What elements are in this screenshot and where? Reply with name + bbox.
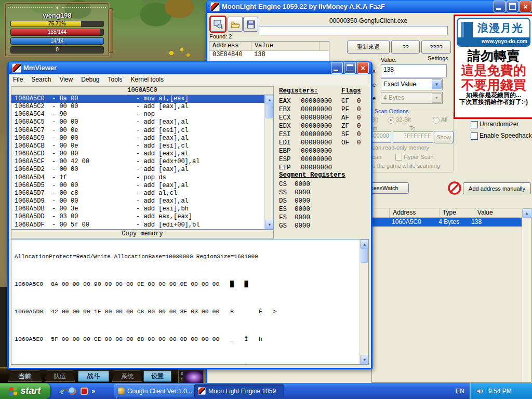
stamp-app-icon[interactable] (81, 388, 88, 395)
add-address-button[interactable]: Add address manually (463, 182, 531, 194)
disassembly-row[interactable]: 1060A5DD- 03 00- add eax,[eax] (11, 213, 265, 221)
player-name: weng198 (5, 11, 109, 19)
scan-type-select[interactable]: Exact Value ▼ (381, 78, 443, 90)
flags-title: Flags (341, 87, 361, 95)
game-tab-settings[interactable]: 设置 (143, 370, 171, 382)
mmviewer-title: MmViewer (23, 64, 330, 72)
registers-panel: Registers: Flags EAX00000000EBX00000000E… (274, 86, 368, 238)
scroll-down-icon[interactable]: ▼ (360, 355, 369, 364)
menu-item[interactable]: File (9, 75, 27, 84)
maximize-button[interactable] (344, 62, 356, 74)
settings-label[interactable]: Settings (428, 55, 448, 61)
copy-memory-button[interactable]: Copy memory (11, 230, 274, 238)
open-table-button[interactable] (228, 17, 243, 32)
disassembly-row[interactable]: 1060A5D9- 00 00- add [eax],al (11, 197, 265, 205)
speedhack-checkbox[interactable] (471, 132, 478, 140)
hotbar-counts: 2 1 (179, 370, 184, 384)
hexdump-scrollbar[interactable]: ▲ ▼ (360, 240, 368, 364)
mmviewer-app-icon (12, 63, 21, 73)
disassembly-row[interactable]: 1060A5DF- 00 5f 00- add [edi+00],bl (11, 221, 265, 229)
hyper-scan-label: Hyper Scan (404, 154, 433, 160)
save-table-button[interactable] (243, 17, 258, 32)
unrandomizer-checkbox[interactable] (471, 121, 478, 128)
chevron-down-icon[interactable]: ▼ (432, 79, 442, 89)
speaker-icon[interactable] (476, 388, 484, 395)
menu-item[interactable]: Search (27, 75, 55, 84)
taskbar-item-moonlight-engine[interactable]: Moon Light Engine 1059 (194, 384, 284, 397)
menu-item[interactable]: Tools (104, 75, 127, 84)
value-input[interactable]: 138 (381, 64, 447, 77)
address-table-header[interactable]: Address Type Value (372, 208, 531, 218)
game-tab-system[interactable]: 系统 (112, 370, 142, 382)
rescan-button[interactable]: 重新來過 (347, 41, 390, 54)
results-header[interactable]: Address Value (209, 42, 329, 51)
radio-all-label: All (441, 116, 447, 123)
flag-value: ZF0 (341, 123, 361, 131)
disassembly-row[interactable]: 1060A5CD- 00 00- add [eax],al (11, 150, 265, 158)
address-table-row[interactable]: 1060A5C0 4 Bytes 138 (372, 218, 522, 227)
start-button[interactable]: start (0, 383, 50, 399)
radio-32bit (388, 117, 394, 124)
mmviewer-window: MmViewer × FileSearchViewDebugToolsKerne… (7, 61, 373, 369)
disassembly-row[interactable]: 1060A5CF- 00 42 00- add [edx+00],al (11, 158, 265, 166)
disassembly-row[interactable]: 1060A5C5- 00 00- add [eax],al (11, 118, 265, 126)
address-table[interactable]: Address Type Value 1060A5C0 4 Bytes 138 … (371, 208, 531, 383)
menu-item[interactable]: Debug (77, 75, 103, 84)
internet-explorer-icon[interactable]: e (60, 386, 64, 396)
scrollbar-thumb[interactable] (265, 104, 273, 118)
close-button[interactable]: × (520, 1, 531, 12)
moonlight-titlebar[interactable]: MoonLight Engine 1059.22 by IlvMoney A.K… (207, 0, 532, 13)
disassembly-row[interactable]: 1060A5C7- 00 0e- add [esi],cl (11, 127, 265, 135)
game-tab-battle[interactable]: 战斗 (78, 370, 109, 382)
scroll-down-icon[interactable]: ▼ (265, 220, 274, 229)
undo-scan-button[interactable]: ???? (421, 41, 451, 54)
disassembly-row[interactable]: 1060A5D5- 00 00- add [eax],al (11, 182, 265, 190)
disassembly-row[interactable]: 1060A5D7- 00 c8- add al,cl (11, 190, 265, 197)
game-tab-current[interactable]: 当前 (8, 370, 42, 382)
disassembly-scrollbar[interactable]: ▲ ▼ (264, 95, 273, 229)
minimize-button[interactable] (331, 62, 343, 74)
menu-item[interactable]: View (55, 75, 77, 84)
disassembly-row[interactable]: 1060A5C0- 8a 00- mov al,[eax] (11, 95, 265, 103)
scroll-up-icon[interactable]: ▲ (360, 240, 369, 249)
ad-text: 下次直接捐給作者好了:-) (455, 99, 532, 105)
moonlight-title: MoonLight Engine 1059.22 by IlvMoney A.K… (222, 3, 493, 10)
disassembly-row[interactable]: 1060A5D4- 1f- pop ds (11, 174, 265, 182)
maximize-button[interactable] (507, 1, 518, 12)
sp-bar: 0 (10, 46, 104, 54)
scroll-up-icon[interactable]: ▲ (522, 208, 531, 218)
disassembly-list[interactable]: 1060A5C0- 8a 00- mov al,[eax] 1060A5C2- … (11, 95, 274, 230)
disassembly-row[interactable]: 1060A5C9- 00 00- add [eax],al (11, 135, 265, 142)
minimize-button[interactable] (494, 1, 506, 12)
radio-all (433, 117, 440, 124)
disassembly-row[interactable]: 1060A5CB- 00 0e- add [esi],cl (11, 142, 265, 150)
firefox-icon[interactable] (69, 387, 76, 395)
disassembly-row[interactable]: 1060A5DB- 00 3e- add [esi],bh (11, 205, 265, 213)
menu-item[interactable]: Kernel tools (127, 75, 168, 84)
next-scan-button[interactable]: ?? (391, 41, 420, 54)
hex-dump[interactable]: AllocationProtect=Read/Write AllocationB… (11, 239, 369, 365)
mmviewer-titlebar[interactable]: MmViewer × (9, 61, 371, 74)
prohibition-icon[interactable] (447, 181, 462, 195)
disassembly-row[interactable]: 1060A5D2- 00 00- add [eax],al (11, 166, 265, 174)
close-button[interactable]: × (357, 62, 369, 74)
unrandomizer-label: Unrandomizer (480, 121, 518, 128)
taskbar-item-gongfu-client[interactable]: Gongfu Client Ver:1.0... (114, 384, 198, 397)
register-value: EBP00000000 (279, 148, 332, 156)
disassembly-row[interactable]: 1060A5C2- 00 00- add [eax],al (11, 103, 265, 111)
table-scrollbar[interactable]: ▲ (522, 208, 530, 382)
hp-bar: 138/144 (10, 29, 104, 36)
value-label: Value: (381, 57, 396, 63)
speedhack-label: Enable Speedhack (480, 132, 532, 139)
scrollbar-thumb[interactable] (361, 248, 368, 263)
language-indicator[interactable]: EN (456, 383, 464, 399)
result-row[interactable]: 03E84840 138 (209, 51, 329, 59)
hexdump-row: 1060A5D042 00 00 00 1F 00 00 00 C8 00 00… (15, 309, 360, 315)
disassembly-row[interactable]: 1060A5C4- 90- nop (11, 111, 265, 118)
scroll-up-icon[interactable]: ▲ (265, 95, 274, 104)
mp-bar: 14/14 (10, 37, 104, 45)
ad-banner[interactable]: 浪漫月光 www.yoyo-do.com 請勿轉賣 這是免費的 不要用錢買 如果… (454, 15, 532, 119)
overflow-chevron-icon[interactable]: » (92, 388, 96, 395)
game-tab-team[interactable]: 队伍 (45, 370, 75, 382)
select-process-button[interactable] (210, 17, 225, 32)
